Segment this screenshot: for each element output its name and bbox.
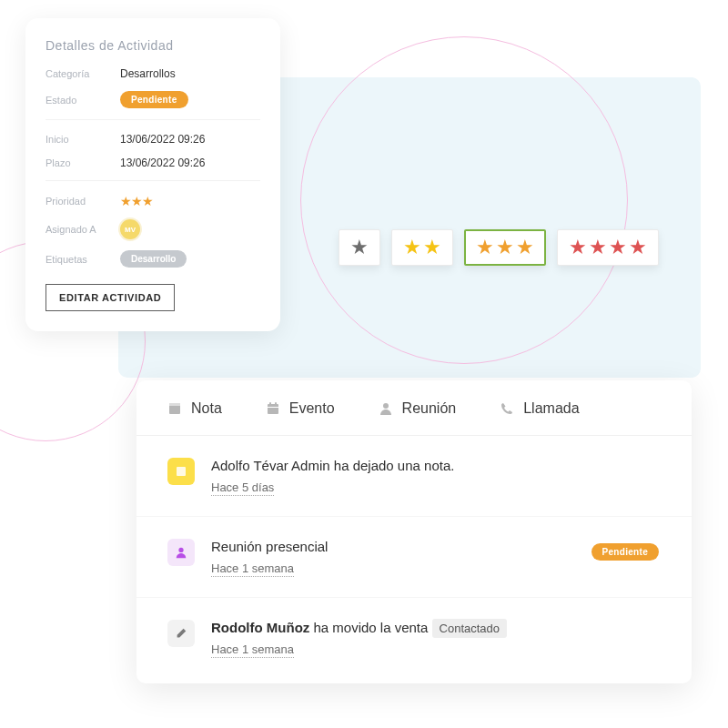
star-icon: ★ <box>496 238 514 258</box>
tag-chip: Desarrollo <box>120 250 187 268</box>
deadline-value: 13/06/2022 09:26 <box>120 157 205 169</box>
star-icon: ★ <box>403 238 421 258</box>
feed-item-move: Rodolfo Muñoz ha movido la venta Contact… <box>136 598 692 678</box>
star-icon: ★ <box>350 238 369 258</box>
note-icon <box>167 401 182 416</box>
category-value: Desarrollos <box>120 67 176 80</box>
status-chip: Contactado <box>432 619 508 638</box>
feed-body: Adolfo Tévar Admin ha dejado una nota. H… <box>211 456 661 496</box>
decorative-circle-large <box>300 36 628 364</box>
svg-rect-1 <box>169 403 180 406</box>
status-badge: Pendiente <box>592 543 660 561</box>
tab-llamada[interactable]: Llamada <box>500 400 579 417</box>
avatar[interactable]: MV <box>120 219 140 239</box>
pencil-icon <box>167 620 195 647</box>
rating-option-4[interactable]: ★ ★ ★ ★ <box>557 229 659 266</box>
feed-text: Rodolfo Muñoz ha movido la venta Contact… <box>211 618 661 637</box>
start-row: Inicio 13/06/2022 09:26 <box>46 133 260 146</box>
activity-details-card: Detalles de Actividad Categoría Desarrol… <box>25 18 280 331</box>
rating-option-2[interactable]: ★ ★ <box>391 229 453 266</box>
feed-status-badge: Pendiente <box>592 542 660 561</box>
star-icon: ★ <box>516 238 534 258</box>
tab-label: Nota <box>191 400 222 417</box>
feed-timestamp[interactable]: Hace 1 semana <box>211 642 294 658</box>
star-icon: ★ <box>629 238 647 258</box>
star-icon: ★ <box>423 238 441 258</box>
person-icon <box>167 539 195 566</box>
feed-timestamp[interactable]: Hace 5 días <box>211 480 274 496</box>
star-icon: ★ <box>476 238 494 258</box>
phone-icon <box>500 401 514 416</box>
edit-activity-button[interactable]: EDITAR ACTIVIDAD <box>46 284 175 311</box>
assigned-row: Asignado A MV <box>46 219 260 239</box>
start-value: 13/06/2022 09:26 <box>120 133 205 146</box>
rating-option-3[interactable]: ★ ★ ★ <box>464 229 546 266</box>
svg-rect-3 <box>269 402 271 406</box>
feed-actor: Rodolfo Muñoz <box>211 620 309 635</box>
star-icon: ★ <box>609 238 627 258</box>
tab-evento[interactable]: Evento <box>266 400 335 417</box>
feed-body: Rodolfo Muñoz ha movido la venta Contact… <box>211 618 661 658</box>
divider <box>46 119 260 120</box>
tab-reunion[interactable]: Reunión <box>379 400 457 417</box>
svg-point-8 <box>178 548 183 552</box>
star-icon: ★★★ <box>120 194 153 208</box>
assigned-label: Asignado A <box>46 224 120 235</box>
divider <box>46 180 260 181</box>
status-badge: Pendiente <box>120 91 188 108</box>
tags-label: Etiquetas <box>46 254 120 265</box>
feed-tabs: Nota Evento Reunión Llamada <box>136 380 692 436</box>
rating-selector: ★ ★ ★ ★ ★ ★ ★ ★ ★ ★ <box>339 229 659 266</box>
note-icon <box>167 458 195 485</box>
svg-rect-4 <box>275 402 277 406</box>
status-label: Estado <box>46 95 120 106</box>
feed-item-meeting: Reunión presencial Hace 1 semana Pendien… <box>136 517 692 598</box>
priority-label: Prioridad <box>46 196 120 207</box>
svg-rect-7 <box>177 467 186 476</box>
svg-rect-2 <box>268 404 278 414</box>
status-row: Estado Pendiente <box>46 91 260 108</box>
tab-nota[interactable]: Nota <box>167 400 222 417</box>
category-label: Categoría <box>46 68 120 79</box>
priority-row: Prioridad ★★★ <box>46 194 260 208</box>
category-row: Categoría Desarrollos <box>46 67 260 80</box>
tab-label: Reunión <box>402 400 457 417</box>
feed-item-note: Adolfo Tévar Admin ha dejado una nota. H… <box>136 436 692 517</box>
tab-label: Llamada <box>523 400 579 417</box>
person-icon <box>379 401 393 416</box>
priority-stars: ★★★ <box>120 194 153 208</box>
star-icon: ★ <box>569 238 587 258</box>
deadline-label: Plazo <box>46 157 120 168</box>
card-title: Detalles de Actividad <box>46 38 260 53</box>
feed-timestamp[interactable]: Hace 1 semana <box>211 561 294 577</box>
rating-option-1[interactable]: ★ <box>339 229 380 266</box>
activity-feed-card: Nota Evento Reunión Llamada Adolfo Tévar… <box>136 380 692 683</box>
deadline-row: Plazo 13/06/2022 09:26 <box>46 157 260 169</box>
calendar-icon <box>266 401 280 416</box>
feed-action: ha movido la venta <box>309 620 431 635</box>
svg-rect-5 <box>268 407 278 408</box>
tags-row: Etiquetas Desarrollo <box>46 250 260 268</box>
feed-text: Adolfo Tévar Admin ha dejado una nota. <box>211 456 661 475</box>
star-icon: ★ <box>589 238 607 258</box>
start-label: Inicio <box>46 134 120 145</box>
tab-label: Evento <box>289 400 335 417</box>
svg-point-6 <box>383 403 389 409</box>
